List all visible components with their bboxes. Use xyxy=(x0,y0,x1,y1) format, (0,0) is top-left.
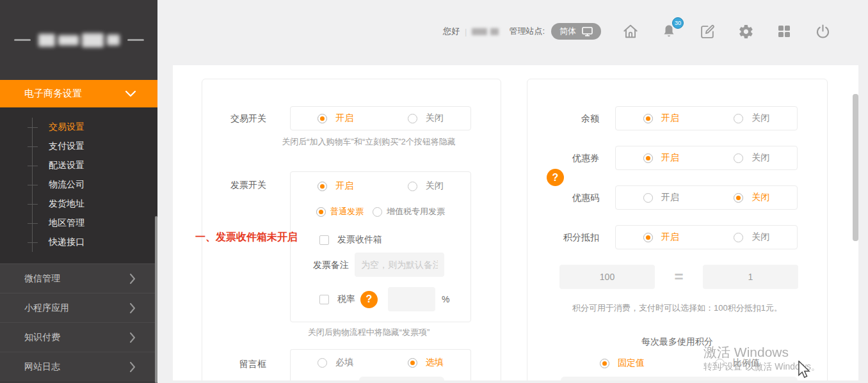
chevron-down-icon xyxy=(125,91,136,97)
sidebar-item-shipping-address[interactable]: 发货地址 xyxy=(33,194,157,214)
radio-label: 选填 xyxy=(426,357,444,368)
message-required-option[interactable]: 必填 xyxy=(317,357,353,368)
points-value-input[interactable] xyxy=(559,265,655,289)
gear-icon xyxy=(738,24,754,40)
radio-label: 开启 xyxy=(335,113,353,124)
sidebar-item-payment-settings[interactable]: 支付设置 xyxy=(33,137,157,156)
radio-label: 关闭 xyxy=(751,231,769,243)
submenu-label: 快递接口 xyxy=(49,237,84,248)
radio-label: 普通发票 xyxy=(330,206,364,217)
balance-off-option[interactable]: 关闭 xyxy=(734,113,769,124)
coupon-on-option[interactable]: 开启 xyxy=(643,152,679,164)
promo-help-icon[interactable]: ? xyxy=(547,169,564,186)
logout-button[interactable] xyxy=(814,22,832,40)
radio-unselected-icon xyxy=(408,114,417,123)
sidebar-item-wechat-management[interactable]: 微信管理 xyxy=(0,263,157,293)
radio-label: 关闭 xyxy=(751,113,769,124)
points-deduct-on-option[interactable]: 开启 xyxy=(643,231,679,243)
tax-help-icon[interactable]: ? xyxy=(360,291,378,308)
coupon-label: 优惠券 xyxy=(527,153,599,164)
percent-sign: % xyxy=(442,294,449,304)
main-scrollbar-thumb[interactable] xyxy=(853,94,858,241)
chevron-right-icon xyxy=(129,274,136,284)
sidebar-scrollbar-thumb[interactable] xyxy=(155,216,157,383)
coupon-off-option[interactable]: 关闭 xyxy=(734,152,769,164)
radio-selected-icon xyxy=(600,359,609,368)
manage-site-label: 管理站点: xyxy=(509,26,545,37)
sidebar-item-trade-settings[interactable]: 交易设置 xyxy=(33,118,157,137)
equals-sign: = xyxy=(655,265,703,289)
promo-code-group: 开启 关闭 xyxy=(615,185,798,210)
message-box-label: 留言框 xyxy=(202,359,266,370)
max-points-input[interactable] xyxy=(561,377,798,380)
points-deduct-label: 积分抵扣 xyxy=(527,232,599,244)
marketing-settings-card: 余额 开启 关闭 优惠券 开启 关闭 xyxy=(527,79,828,380)
sidebar: 电子商务设置 交易设置 支付设置 配送设置 物流公司 发货地址 地区管理 快递接… xyxy=(0,0,157,383)
notification-badge: 30 xyxy=(672,17,684,29)
radio-unselected-icon xyxy=(643,193,653,203)
greeting-divider: | xyxy=(465,27,467,36)
tax-rate-input[interactable] xyxy=(388,287,435,311)
trade-switch-off-option[interactable]: 关闭 xyxy=(408,113,444,124)
logo-blurred-text xyxy=(38,33,120,47)
checkbox-label: 发票收件箱 xyxy=(337,234,382,246)
logo-dash-left xyxy=(14,39,31,41)
invoice-switch-label: 发票开关 xyxy=(202,180,266,191)
sidebar-item-region-management[interactable]: 地区管理 xyxy=(33,214,157,233)
sidebar-item-delivery-settings[interactable]: 配送设置 xyxy=(33,156,157,175)
radio-label: 开启 xyxy=(661,231,679,243)
submenu-label: 物流公司 xyxy=(49,179,84,191)
radio-selected-icon xyxy=(317,114,327,123)
message-box-input[interactable] xyxy=(359,377,444,380)
chevron-right-icon xyxy=(129,362,136,372)
language-switch-button[interactable]: 简体 xyxy=(551,23,601,40)
section-label: 微信管理 xyxy=(24,273,60,285)
sidebar-item-knowledge-pay[interactable]: 知识付费 xyxy=(0,322,157,352)
trade-switch-on-option[interactable]: 开启 xyxy=(317,113,353,124)
points-deduct-group: 开启 关闭 xyxy=(615,225,798,249)
message-box-group: 必填 选填 xyxy=(290,349,471,380)
trade-switch-label: 交易开关 xyxy=(202,113,266,125)
monitor-icon xyxy=(582,27,593,36)
invoice-note-input[interactable] xyxy=(355,253,444,277)
sidebar-item-miniprogram-apps[interactable]: 小程序应用 xyxy=(0,293,157,322)
radio-label: 关闭 xyxy=(751,192,769,203)
tax-rate-checkbox[interactable] xyxy=(319,295,329,304)
greeting-text: 您好 xyxy=(443,26,460,37)
promo-code-off-option[interactable]: 关闭 xyxy=(734,192,769,203)
chevron-right-icon xyxy=(129,332,136,343)
invoice-type-vat-option[interactable]: 增值税专用发票 xyxy=(373,206,445,217)
section-label: 网站日志 xyxy=(24,361,60,373)
coupon-group: 开启 关闭 xyxy=(615,146,798,170)
edit-button[interactable] xyxy=(698,22,716,40)
home-button[interactable] xyxy=(622,22,639,40)
invoice-switch-on-option[interactable]: 开启 xyxy=(317,180,353,192)
section-label: 知识付费 xyxy=(24,332,60,343)
invoice-inbox-checkbox[interactable] xyxy=(319,235,329,245)
invoice-type-normal-option[interactable]: 普通发票 xyxy=(316,206,364,217)
trade-switch-group: 开启 关闭 xyxy=(290,106,471,130)
sidebar-item-express-api[interactable]: 快递接口 xyxy=(33,233,157,252)
submenu-label: 发货地址 xyxy=(49,198,84,210)
notifications-button[interactable]: 30 xyxy=(660,22,678,40)
max-points-fixed-option[interactable]: 固定值 xyxy=(600,351,645,375)
apps-button[interactable] xyxy=(775,22,793,40)
message-optional-option[interactable]: 选填 xyxy=(408,357,444,368)
settings-button[interactable] xyxy=(737,22,755,40)
sidebar-item-logistics-company[interactable]: 物流公司 xyxy=(33,175,157,194)
promo-code-on-option[interactable]: 开启 xyxy=(643,192,679,203)
invoice-settings-box: 开启 关闭 普通发票 增值税专用发票 xyxy=(290,171,471,322)
money-value-input[interactable] xyxy=(703,265,798,289)
balance-on-option[interactable]: 开启 xyxy=(643,113,679,124)
radio-label: 关闭 xyxy=(751,152,769,164)
points-deduct-off-option[interactable]: 关闭 xyxy=(734,231,769,243)
sidebar-item-ecommerce-settings[interactable]: 电子商务设置 xyxy=(0,80,157,107)
radio-selected-icon xyxy=(408,358,417,368)
sidebar-item-site-logs[interactable]: 网站日志 xyxy=(0,352,157,381)
invoice-inbox-row: 发票收件箱 xyxy=(319,228,382,252)
invoice-switch-off-option[interactable]: 关闭 xyxy=(408,180,444,192)
radio-label: 关闭 xyxy=(426,180,444,192)
tax-rate-row: 税率 ? % xyxy=(319,287,449,311)
mouse-cursor xyxy=(798,361,810,379)
main-content: 交易开关 开启 关闭 关闭后“加入购物车”和“立刻购买”2个按钮将隐藏 发票开关… xyxy=(173,65,858,380)
